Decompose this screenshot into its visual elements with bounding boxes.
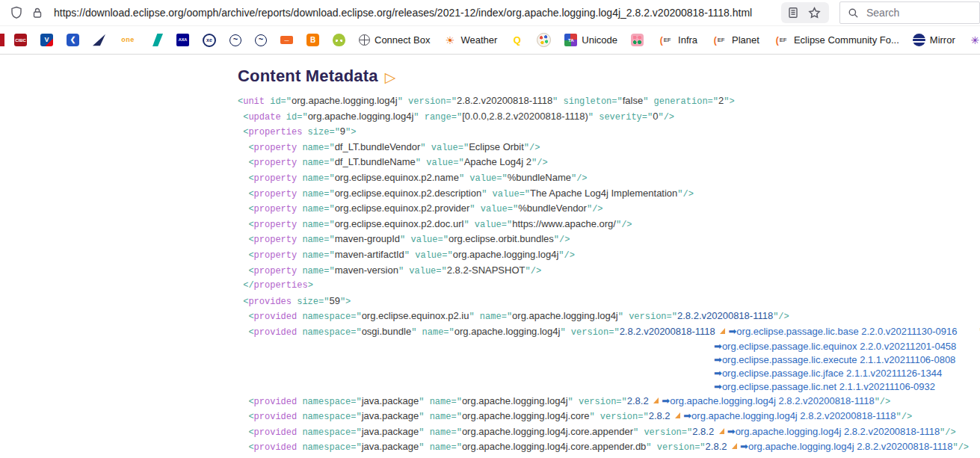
chevron-blue-icon	[67, 34, 79, 46]
bookmark-item[interactable]	[326, 31, 352, 50]
xml-text: name="	[297, 266, 334, 276]
dependency-link[interactable]: ➡org.apache.logging.log4j 2.8.2.v2020081…	[662, 395, 874, 406]
bookmark-item[interactable]	[34, 31, 60, 50]
xml-text: org.eclipse.equinox.p2.provider	[335, 202, 470, 214]
xml-text: name="	[297, 158, 334, 168]
xml-text: https://www.apache.org/	[512, 218, 616, 229]
xml-text: org.eclipse.equinox.p2.name	[335, 172, 459, 183]
xml-text: " value="	[459, 173, 508, 184]
xml-text: 9	[340, 126, 345, 137]
bookmark-item[interactable]	[7, 31, 34, 50]
bookmark-item-mirror[interactable]: Mirror	[906, 31, 962, 50]
bookmark-item[interactable]	[144, 31, 170, 50]
xml-text: maven-groupId	[335, 233, 400, 244]
xml-text: [0.0.0,2.8.2.v20200818-1118)	[462, 111, 588, 122]
bookmark-item-weather[interactable]: Weather	[437, 31, 504, 50]
bookmark-item[interactable]	[248, 31, 274, 50]
xml-text: "/>	[658, 112, 674, 123]
bookmark-item-ef-infra[interactable]: Infra	[650, 31, 704, 50]
bookmark-item-unicode[interactable]: Unicode	[558, 31, 624, 50]
expand-triangle-icon[interactable]	[675, 412, 680, 418]
xml-line: <provided namespace="org.eclipse.equinox…	[238, 309, 980, 324]
xml-text: "/>	[531, 158, 548, 168]
version-link[interactable]: 2.8.2	[627, 395, 652, 406]
xml-line: ➡org.eclipse.passage.lic.equinox 2.2.0.v…	[714, 340, 980, 353]
xml-text: org.eclipse.equinox.p2.iu	[362, 310, 469, 321]
bookmark-item-ef-community[interactable]: Eclipse Community Fo...	[766, 31, 906, 50]
bookmark-item[interactable]	[624, 31, 650, 50]
bookmark-item-connect-box[interactable]: Connect Box	[352, 31, 437, 50]
bookmark-item[interactable]	[196, 31, 223, 50]
version-link[interactable]: 2.8.2	[692, 426, 717, 437]
unicode-icon	[564, 34, 577, 46]
bookmark-item[interactable]	[223, 31, 248, 50]
xml-text: "/>	[558, 250, 575, 261]
version-link[interactable]: 2.8.2	[706, 441, 730, 452]
dependency-link[interactable]: ➡org.apache.logging.log4j 2.8.2.v2020081…	[740, 441, 952, 452]
reader-mode-icon[interactable]	[784, 4, 802, 22]
expand-triangle-icon[interactable]	[653, 397, 659, 403]
xml-text: name="	[297, 173, 334, 184]
xml-text: "/>	[957, 327, 980, 338]
bookmark-item-ef-planet[interactable]: Planet	[704, 31, 766, 50]
xml-text: 2.8.2-SNAPSHOT	[447, 264, 526, 276]
bookmark-item-emf[interactable]: EMF	[962, 31, 980, 50]
xml-text: property	[254, 189, 298, 199]
xml-text: name="	[297, 189, 334, 199]
xml-text: update	[248, 112, 280, 123]
version-link[interactable]: 2.8.2.v20200818-1118	[620, 326, 718, 337]
xml-text: " name="	[419, 427, 462, 438]
xml-text: " name="	[419, 412, 462, 422]
search-icon	[848, 7, 859, 19]
version-link[interactable]: 2.8.2	[649, 410, 674, 421]
expand-triangle-icon[interactable]	[720, 328, 725, 334]
bookmark-label: Mirror	[930, 34, 955, 46]
xml-line: <provided namespace="java.package" name=…	[238, 424, 980, 440]
shield-icon[interactable]	[7, 4, 25, 22]
bookmark-item[interactable]	[112, 31, 144, 50]
bookmark-item[interactable]	[504, 31, 530, 50]
bookmark-item[interactable]	[530, 31, 558, 50]
xml-line: <property name="org.eclipse.equinox.p2.p…	[238, 201, 980, 217]
dependency-link[interactable]: ➡org.eclipse.passage.lic.jface 2.1.1.v20…	[714, 368, 942, 379]
xml-text: " version="	[618, 312, 677, 322]
dependency-link[interactable]: ➡org.eclipse.passage.lic.equinox 2.2.0.v…	[714, 341, 956, 352]
search-input[interactable]	[865, 6, 950, 19]
bookmark-item[interactable]	[170, 31, 196, 50]
expand-triangle-icon[interactable]	[719, 428, 724, 434]
version-link[interactable]: 2.8.2.v20200818-1118	[677, 310, 773, 321]
bookmark-item[interactable]	[300, 31, 326, 50]
xml-text: provides	[248, 297, 292, 307]
dependency-link[interactable]: ➡org.apache.logging.log4j 2.8.2.v2020081…	[727, 426, 940, 437]
dependency-link[interactable]: ➡org.eclipse.passage.lic.net 2.1.1.v2021…	[714, 381, 935, 392]
xml-text: "/>	[554, 235, 570, 245]
xml-text: provided	[254, 442, 298, 453]
bookmark-item[interactable]	[1, 31, 7, 50]
dependency-link[interactable]: ➡org.eclipse.passage.lic.base 2.2.0.v202…	[728, 326, 957, 337]
wing-icon	[93, 34, 105, 46]
xml-line: <provided namespace="java.package" name=…	[238, 439, 980, 455]
xml-text: df_LT.bundleName	[335, 156, 416, 167]
xml-line: <property name="maven-groupId" value="or…	[238, 232, 980, 247]
bookmark-star-icon[interactable]	[805, 4, 823, 22]
xml-text: <	[238, 250, 254, 261]
xml-text: name="	[297, 235, 334, 245]
bookmark-item[interactable]	[60, 31, 86, 50]
dependency-link[interactable]: ➡org.apache.logging.log4j 2.8.2.v2020081…	[683, 410, 896, 421]
xml-text: namespace="	[297, 427, 361, 438]
xml-text: org.apache.logging.log4j	[462, 395, 568, 406]
xml-text: ">	[345, 127, 356, 137]
xml-text: <	[238, 173, 254, 184]
bookmark-item[interactable]	[86, 31, 112, 50]
lock-icon[interactable]	[28, 4, 46, 22]
xml-text: " name="	[469, 312, 512, 322]
xml-text: "/>	[525, 266, 541, 276]
expand-triangle-icon[interactable]	[732, 443, 737, 449]
dependency-link[interactable]: ➡org.eclipse.passage.lic.execute 2.1.1.v…	[714, 354, 955, 365]
bookmark-item[interactable]	[274, 31, 300, 50]
address-input[interactable]: https://download.eclipse.org/oomph/archi…	[54, 7, 774, 19]
xml-text: property	[254, 220, 298, 230]
android-icon	[333, 34, 345, 46]
expand-section-icon[interactable]: ▷	[385, 69, 396, 85]
xml-text: <	[238, 158, 254, 168]
